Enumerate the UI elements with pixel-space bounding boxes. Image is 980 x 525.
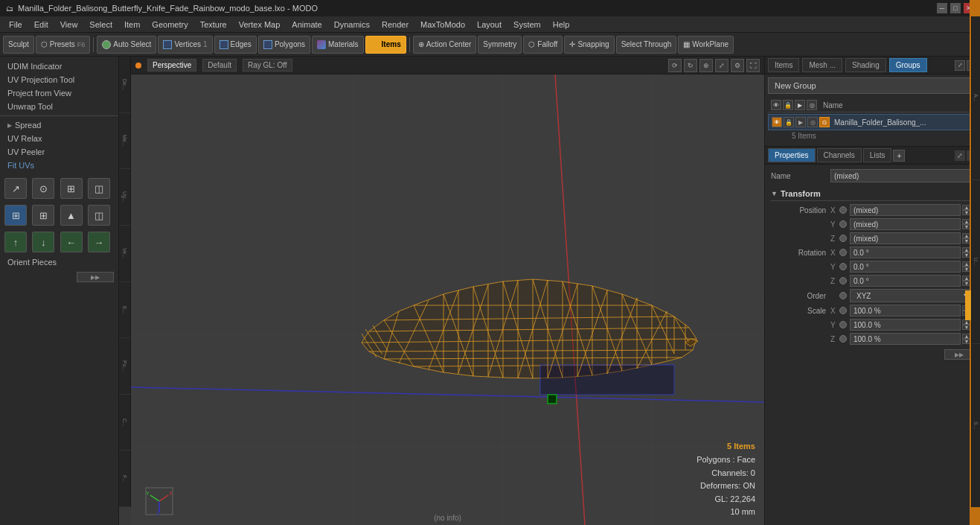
spread-item[interactable]: ▶ Spread	[0, 118, 118, 132]
menu-item[interactable]: Item	[118, 19, 146, 31]
unwrap-tool[interactable]: Unwrap Tool	[0, 100, 118, 113]
perspective-label[interactable]: Perspective	[147, 59, 196, 71]
menu-render[interactable]: Render	[376, 19, 414, 31]
right-label-a[interactable]: A...	[972, 16, 980, 180]
vertices-button[interactable]: Vertices 1	[158, 36, 212, 54]
rot-z-input[interactable]	[850, 275, 961, 287]
vert-label-ug[interactable]: Ug...	[119, 169, 130, 226]
sel-icon[interactable]: ◎	[807, 100, 817, 110]
menu-dynamics[interactable]: Dynamics	[328, 19, 376, 31]
items-button[interactable]: Items	[365, 36, 406, 54]
menu-layout[interactable]: Layout	[471, 19, 507, 31]
vert-label-f[interactable]: F...	[119, 451, 130, 507]
group-render-btn[interactable]: ▶	[795, 117, 806, 127]
vert-label-me[interactable]: Me...	[119, 113, 130, 170]
prop-expand-btn[interactable]: ⤢	[955, 150, 965, 161]
pos-y-radio[interactable]	[839, 220, 847, 228]
menu-maxtomode[interactable]: MaxToModo	[414, 19, 471, 31]
tool-btn-8[interactable]: ◫	[88, 205, 110, 226]
arrow-down-btn[interactable]: ↓	[32, 232, 54, 252]
pos-x-radio[interactable]	[839, 206, 847, 214]
tool-btn-3[interactable]: ⊞	[60, 178, 83, 199]
rot-z-radio[interactable]	[839, 277, 847, 284]
prop-tab-properties[interactable]: Properties	[768, 148, 816, 162]
menu-texture[interactable]: Texture	[194, 19, 233, 31]
prop-tab-lists[interactable]: Lists	[863, 148, 892, 162]
menu-view[interactable]: View	[54, 19, 84, 31]
uv-projection-tool[interactable]: UV Projection Tool	[0, 73, 118, 86]
vp-expand-btn[interactable]: ⤢	[715, 59, 728, 72]
order-select[interactable]: XYZ XZY YXZ YZX ZXY ZYX	[850, 289, 974, 302]
group-lock-btn[interactable]: 🔒	[784, 117, 794, 127]
scale-x-radio[interactable]	[839, 307, 847, 314]
vert-label-de[interactable]: De...	[119, 57, 130, 113]
lock-icon[interactable]: 🔒	[783, 100, 793, 110]
auto-select-button[interactable]: Auto Select	[97, 36, 156, 54]
tool-btn-7[interactable]: ▲	[60, 205, 83, 226]
minimize-button[interactable]: ─	[937, 3, 947, 13]
transform-header[interactable]: ▼ Transform	[771, 187, 974, 201]
scale-y-radio[interactable]	[839, 321, 847, 328]
prop-tab-channels[interactable]: Channels	[817, 148, 862, 162]
pos-y-input[interactable]	[850, 218, 961, 230]
name-prop-input[interactable]	[830, 169, 974, 182]
fit-uvs[interactable]: Fit UVs	[0, 159, 118, 172]
polygons-button[interactable]: Polygons	[258, 36, 310, 54]
group-item[interactable]: 👁 🔒 ▶ ◎ G Manilla_Folder_Balisong_...	[768, 114, 977, 130]
arrow-up-btn[interactable]: ↑	[4, 232, 27, 252]
uv-relax[interactable]: UV Relax	[0, 132, 118, 145]
vp-settings-btn[interactable]: ⚙	[731, 59, 744, 72]
tab-mesh[interactable]: Mesh ...	[802, 58, 842, 72]
vp-fullscreen-btn[interactable]: ⛶	[746, 59, 760, 72]
menu-animate[interactable]: Animate	[286, 19, 327, 31]
3d-viewport[interactable]: 5 Items Polygons : Face Channels: 0 Defo…	[131, 74, 764, 525]
project-from-view[interactable]: Project from View	[0, 86, 118, 100]
sculpt-button[interactable]: Sculpt	[3, 36, 34, 54]
snapping-button[interactable]: ✛ Snapping	[564, 36, 614, 54]
menu-vertex-map[interactable]: Vertex Map	[233, 19, 286, 31]
prop-tab-add-btn[interactable]: +	[893, 150, 905, 162]
tab-shading[interactable]: Shading	[845, 58, 886, 72]
presets-button[interactable]: ⬡ Presets F6	[36, 36, 90, 54]
tool-btn-2[interactable]: ⊙	[32, 178, 54, 199]
rot-x-input[interactable]	[850, 246, 961, 258]
scale-y-input[interactable]	[850, 319, 961, 331]
arrow-left-btn[interactable]: ←	[60, 232, 83, 252]
tool-btn-1[interactable]: ↗	[4, 178, 27, 199]
udim-indicator[interactable]: UDIM Indicator	[0, 60, 118, 73]
rot-y-input[interactable]	[850, 261, 961, 273]
menu-edit[interactable]: Edit	[28, 19, 54, 31]
ray-gl-label[interactable]: Ray GL: Off	[243, 59, 292, 71]
symmetry-button[interactable]: Symmetry	[478, 36, 522, 54]
scale-x-input[interactable]	[850, 305, 961, 316]
tool-btn-4[interactable]: ◫	[88, 178, 110, 199]
menu-file[interactable]: File	[3, 19, 28, 31]
pos-z-input[interactable]	[850, 232, 961, 244]
eye-icon[interactable]: 👁	[771, 100, 781, 110]
window-controls[interactable]: ─ □ ✕	[937, 3, 974, 13]
vert-label-po[interactable]: Po...	[119, 338, 130, 395]
pos-z-radio[interactable]	[839, 235, 847, 242]
workplane-button[interactable]: ▦ WorkPlane	[678, 36, 734, 54]
action-center-button[interactable]: ⊕ Action Center	[413, 36, 477, 54]
pos-x-input[interactable]	[850, 204, 961, 216]
right-label-u[interactable]: U...	[972, 180, 980, 344]
rot-y-radio[interactable]	[839, 263, 847, 270]
arrow-right-btn[interactable]: →	[88, 232, 110, 252]
vert-label-c[interactable]: C...	[119, 395, 130, 451]
falloff-button[interactable]: ⬡ Falloff	[523, 36, 563, 54]
vp-rotate-btn[interactable]: ⟳	[668, 59, 682, 72]
expand-rpanel-btn[interactable]: ⤢	[955, 60, 965, 71]
orient-pieces[interactable]: Orient Pieces	[0, 255, 118, 269]
maximize-button[interactable]: □	[950, 3, 961, 13]
default-label[interactable]: Default	[202, 59, 237, 71]
group-eye-btn[interactable]: 👁	[772, 117, 782, 127]
menu-geometry[interactable]: Geometry	[146, 19, 193, 31]
menu-system[interactable]: System	[507, 19, 547, 31]
edges-button[interactable]: Edges	[214, 36, 257, 54]
select-through-button[interactable]: Select Through	[616, 36, 677, 54]
menu-help[interactable]: Help	[547, 19, 576, 31]
group-sel-btn[interactable]: ◎	[807, 117, 818, 127]
scale-z-radio[interactable]	[839, 335, 847, 343]
menu-select[interactable]: Select	[83, 19, 118, 31]
